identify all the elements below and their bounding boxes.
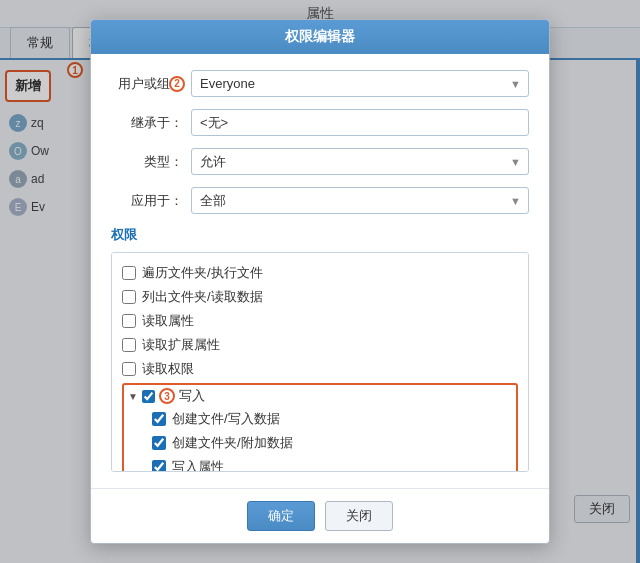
perm-list: 列出文件夹/读取数据 (122, 285, 518, 309)
inherit-row: 继承于： (111, 109, 529, 136)
modal-footer: 确定 关闭 (91, 488, 549, 543)
cancel-button[interactable]: 关闭 (325, 501, 393, 531)
inherit-input[interactable] (191, 109, 529, 136)
perm-list-label: 列出文件夹/读取数据 (142, 288, 263, 306)
modal-dialog: 权限编辑器 用户或组： 2 Everyone ▼ (90, 19, 550, 544)
perm-list-checkbox[interactable] (122, 290, 136, 304)
perm-create-file-checkbox[interactable] (152, 412, 166, 426)
perm-create-folder: 创建文件夹/附加数据 (152, 431, 512, 455)
perm-create-file-label: 创建文件/写入数据 (172, 410, 280, 428)
perm-read-perm-label: 读取权限 (142, 360, 194, 378)
inherit-label: 继承于： (111, 114, 191, 132)
permissions-box: 遍历文件夹/执行文件 列出文件夹/读取数据 读取属性 读取扩展属性 (111, 252, 529, 472)
perm-read-ext-attr: 读取扩展属性 (122, 333, 518, 357)
number-badge-2: 2 (169, 76, 185, 92)
perm-read-perm-checkbox[interactable] (122, 362, 136, 376)
perm-read-ext-attr-label: 读取扩展属性 (142, 336, 220, 354)
perm-traverse-checkbox[interactable] (122, 266, 136, 280)
perm-create-file: 创建文件/写入数据 (152, 407, 512, 431)
user-group-select[interactable]: Everyone (191, 70, 529, 97)
perm-traverse: 遍历文件夹/执行文件 (122, 261, 518, 285)
apply-to-select[interactable]: 全部 (191, 187, 529, 214)
apply-to-label: 应用于： (111, 192, 191, 210)
user-group-row: 用户或组： 2 Everyone ▼ (111, 70, 529, 97)
perm-read-attr: 读取属性 (122, 309, 518, 333)
number-badge-3: 3 (159, 388, 175, 404)
write-sub-items: 创建文件/写入数据 创建文件夹/附加数据 写入属性 (152, 407, 512, 472)
perm-write-attr-checkbox[interactable] (152, 460, 166, 472)
confirm-button[interactable]: 确定 (247, 501, 315, 531)
write-group: ▼ 3 写入 创建文件/写入数据 (122, 383, 518, 472)
perm-write-attr-label: 写入属性 (172, 458, 224, 472)
write-header: ▼ 3 写入 (128, 387, 512, 405)
perm-read-attr-checkbox[interactable] (122, 314, 136, 328)
perm-read-perm: 读取权限 (122, 357, 518, 381)
perm-traverse-label: 遍历文件夹/执行文件 (142, 264, 263, 282)
perm-create-folder-label: 创建文件夹/附加数据 (172, 434, 293, 452)
modal-title: 权限编辑器 (285, 28, 355, 44)
apply-to-row: 应用于： 全部 ▼ (111, 187, 529, 214)
permissions-section: 权限 遍历文件夹/执行文件 列出文件夹/读取数据 读取属性 (111, 226, 529, 472)
perm-read-attr-label: 读取属性 (142, 312, 194, 330)
perm-write-attr: 写入属性 (152, 455, 512, 472)
modal-overlay: 权限编辑器 用户或组： 2 Everyone ▼ (0, 0, 640, 563)
write-label: 写入 (179, 387, 205, 405)
perm-read-ext-attr-checkbox[interactable] (122, 338, 136, 352)
permissions-title: 权限 (111, 226, 529, 244)
write-checkbox[interactable] (142, 390, 155, 403)
type-row: 类型： 允许 ▼ (111, 148, 529, 175)
type-label: 类型： (111, 153, 191, 171)
type-select[interactable]: 允许 (191, 148, 529, 175)
modal-body: 用户或组： 2 Everyone ▼ 继承于： (91, 54, 549, 488)
expand-arrow-icon[interactable]: ▼ (128, 391, 138, 402)
modal-header: 权限编辑器 (91, 20, 549, 54)
perm-create-folder-checkbox[interactable] (152, 436, 166, 450)
